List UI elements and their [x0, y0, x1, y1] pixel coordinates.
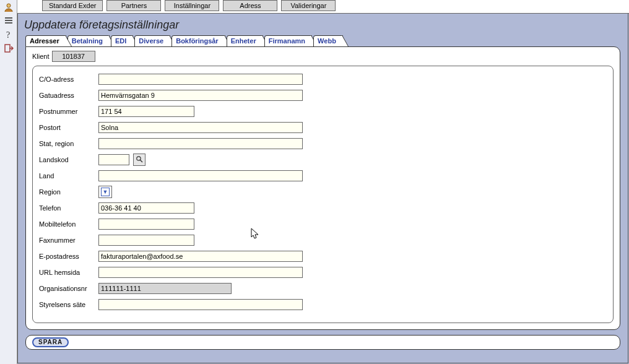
label-styrelsens-sate: Styrelsens säte [39, 301, 98, 308]
tab-bokforingsar[interactable]: Bokföringsår [171, 35, 225, 46]
rail-user-icon[interactable] [0, 1, 17, 14]
input-gatuadress[interactable] [98, 90, 303, 101]
spara-button[interactable]: SPARA [32, 337, 69, 347]
input-organisationsnr [98, 283, 232, 294]
input-postnummer[interactable] [98, 106, 194, 117]
chevron-down-icon: ▼ [101, 188, 110, 196]
svg-text:?: ? [6, 30, 10, 40]
label-postnummer: Postnummer [39, 108, 98, 115]
tab-enheter[interactable]: Enheter [227, 35, 263, 46]
svg-rect-2 [5, 20, 12, 21]
rail-help-icon[interactable]: ? [0, 28, 17, 41]
main-area: Uppdatera företagsinställningar Adresser… [17, 14, 628, 363]
tab-panel: Klient 101837 C/O-adress Gatuadress Post… [25, 46, 620, 330]
label-gatuadress: Gatuadress [39, 92, 98, 99]
input-landskod[interactable] [98, 154, 129, 165]
nav-valideringar[interactable]: Valideringar [281, 0, 336, 11]
form-area: C/O-adress Gatuadress Postnummer Postort… [32, 66, 614, 323]
label-co-adress: C/O-adress [39, 76, 98, 83]
label-stat-region: Stat, region [39, 140, 98, 147]
input-stat-region[interactable] [98, 138, 303, 149]
input-land[interactable] [98, 170, 303, 181]
label-url-hemsida: URL hemsida [39, 269, 98, 276]
landskod-lookup-button[interactable] [133, 154, 145, 166]
input-telefon[interactable] [98, 202, 194, 214]
page-title: Uppdatera företagsinställningar [18, 14, 628, 35]
nav-installningar[interactable]: Inställningar [165, 0, 219, 11]
svg-point-0 [7, 4, 11, 7]
svg-line-7 [141, 160, 143, 163]
region-dropdown[interactable]: ▼ [98, 186, 112, 198]
tab-strip: Adresser Betalning EDI Diverse Bokföring… [25, 35, 620, 46]
label-postort: Postort [39, 124, 98, 131]
tab-betalning[interactable]: Betalning [67, 35, 110, 46]
nav-standard-exder[interactable]: Standard Exder [42, 0, 103, 11]
label-land: Land [39, 172, 98, 180]
tab-firmanamn[interactable]: Firmanamn [264, 35, 312, 46]
svg-point-6 [137, 157, 141, 160]
tab-adresser[interactable]: Adresser [25, 35, 66, 46]
input-epostadress[interactable] [98, 251, 303, 262]
nav-partners[interactable]: Partners [106, 0, 161, 11]
svg-rect-5 [5, 45, 10, 52]
label-telefon: Telefon [39, 204, 98, 212]
label-epostadress: E-postadress [39, 253, 98, 260]
label-faxnummer: Faxnummer [39, 236, 98, 244]
rail-list-icon[interactable] [0, 15, 17, 27]
label-mobiltelefon: Mobiltelefon [39, 220, 98, 228]
svg-rect-3 [5, 22, 12, 24]
svg-rect-1 [5, 17, 12, 19]
input-mobiltelefon[interactable] [98, 219, 194, 230]
input-faxnummer[interactable] [98, 235, 194, 246]
klient-row: Klient 101837 [32, 51, 614, 62]
left-icon-rail: ? [0, 0, 17, 364]
label-region: Region [39, 188, 98, 196]
input-styrelsens-sate[interactable] [98, 299, 303, 310]
klient-value: 101837 [52, 51, 95, 62]
klient-label: Klient [32, 53, 50, 60]
footer-bar: SPARA [25, 335, 620, 350]
tab-diverse[interactable]: Diverse [134, 35, 170, 46]
search-icon [136, 155, 143, 164]
label-organisationsnr: Organisationsnr [39, 285, 98, 292]
rail-exit-icon[interactable] [0, 42, 17, 54]
input-postort[interactable] [98, 122, 303, 133]
nav-adress[interactable]: Adress [223, 0, 277, 11]
input-co-adress[interactable] [98, 74, 303, 85]
top-nav: Standard Exder Partners Inställningar Ad… [17, 0, 629, 14]
tab-edi[interactable]: EDI [111, 35, 133, 46]
label-landskod: Landskod [39, 156, 98, 163]
input-url-hemsida[interactable] [98, 267, 303, 278]
tab-webb[interactable]: Webb [313, 35, 343, 46]
